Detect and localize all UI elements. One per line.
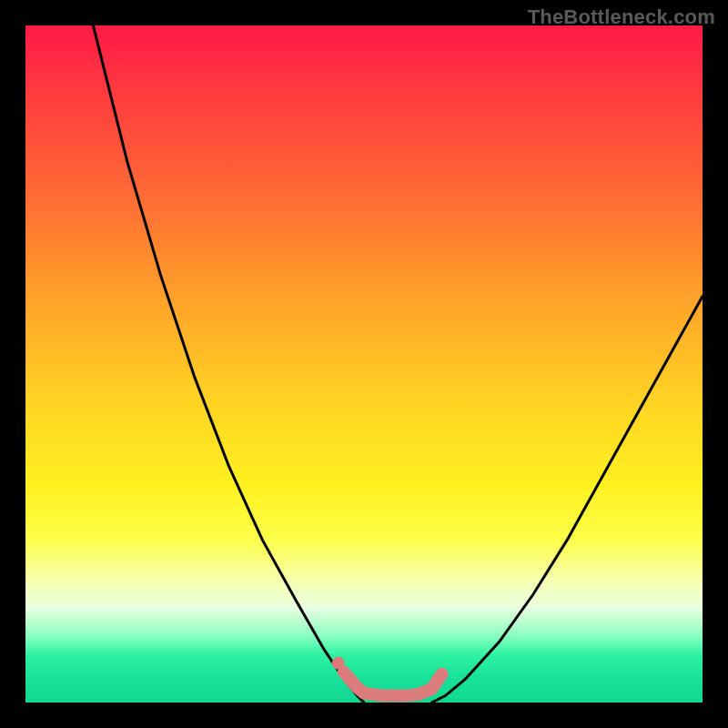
chart-frame — [25, 25, 703, 703]
bottleneck-highlight-curve — [344, 672, 442, 696]
left-curve — [93, 25, 364, 703]
highlight-dot — [332, 657, 345, 670]
right-curve — [431, 297, 703, 703]
chart-svg — [25, 25, 703, 703]
